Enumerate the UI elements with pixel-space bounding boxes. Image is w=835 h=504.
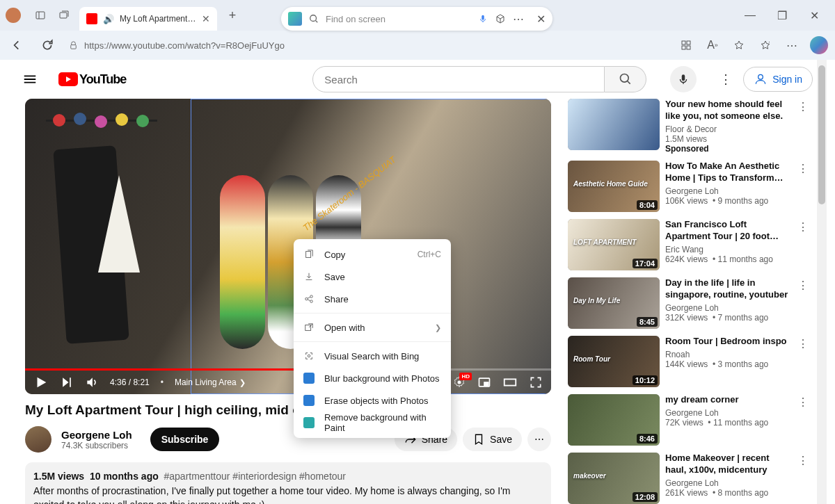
site-info-icon[interactable]	[68, 40, 79, 51]
suggested-views: 1.5M views	[665, 134, 790, 144]
new-tab-button[interactable]: +	[223, 6, 242, 25]
search-input[interactable]	[312, 66, 605, 92]
subscribe-button[interactable]: Subscribe	[150, 428, 220, 451]
collections-icon[interactable]	[757, 37, 774, 54]
ctx-open-with[interactable]: Open with❯	[294, 316, 451, 339]
svg-rect-20	[305, 325, 311, 331]
workspaces-icon[interactable]	[31, 6, 50, 25]
svg-rect-4	[71, 44, 77, 49]
youtube-logo[interactable]: YouTube	[53, 70, 132, 90]
extensions-icon[interactable]	[678, 37, 694, 54]
channel-name[interactable]: Georgene Loh	[61, 429, 132, 441]
volume-icon[interactable]	[85, 375, 99, 389]
duration-badge: 8:46	[637, 434, 658, 444]
ctx-copy[interactable]: CopyCtrl+C	[294, 243, 451, 266]
back-button[interactable]	[7, 35, 26, 55]
suggested-more-icon[interactable]: ⋮	[796, 336, 810, 387]
suggested-channel: Georgene Loh	[665, 186, 790, 196]
person-icon	[754, 72, 768, 86]
play-button[interactable]	[33, 375, 49, 390]
player-controls: 4:36 / 8:21 • Main Living Area❯ HD	[25, 371, 551, 394]
suggested-more-icon[interactable]: ⋮	[796, 453, 810, 504]
suggested-item[interactable]: Day In My Life 8:45 Day in the life | li…	[568, 277, 810, 329]
ctx-erase[interactable]: Erase objects with Photos	[294, 389, 451, 412]
copilot-icon[interactable]	[810, 36, 828, 54]
suggested-more-icon[interactable]: ⋮	[796, 161, 810, 212]
browser-menu-icon[interactable]: ⋯	[784, 37, 800, 54]
read-aloud-icon[interactable]: A»	[704, 37, 721, 54]
svg-rect-6	[687, 41, 690, 44]
ctx-blur-bg[interactable]: Blur background with Photos	[294, 367, 451, 389]
suggested-item[interactable]: Your new home should feel like you, not …	[568, 99, 810, 154]
svg-rect-14	[484, 382, 488, 385]
suggested-item[interactable]: makeover 12:08 Home Makeover | recent ha…	[568, 453, 810, 504]
duration-badge: 8:04	[637, 200, 658, 210]
tabactions-icon[interactable]	[54, 6, 74, 25]
download-icon	[303, 271, 315, 282]
find-placeholder[interactable]: Find on screen	[326, 14, 471, 24]
svg-rect-16	[306, 252, 311, 258]
youtube-play-icon	[58, 72, 78, 86]
mic-icon[interactable]	[478, 14, 488, 24]
suggested-more-icon[interactable]: ⋮	[796, 219, 810, 270]
cube-icon[interactable]	[495, 13, 506, 24]
svg-rect-3	[482, 15, 484, 20]
hamburger-icon[interactable]	[22, 72, 39, 87]
theater-icon[interactable]	[502, 375, 518, 390]
suggested-item[interactable]: 8:46 my dream corner Georgene Loh 72K vi…	[568, 394, 810, 446]
sponsored-label: Sponsored	[665, 144, 790, 154]
save-button[interactable]: Save	[463, 428, 522, 451]
description-box[interactable]: 1.5M views 10 months ago #apartmenttour …	[25, 462, 551, 504]
suggested-views: 72K views • 11 months ago	[665, 418, 790, 428]
maximize-button[interactable]: ❐	[767, 5, 797, 26]
ctx-remove-bg[interactable]: Remove background with Paint	[294, 412, 451, 434]
settings-menu-icon[interactable]: ⋮	[719, 72, 732, 87]
tab-close-icon[interactable]: ✕	[202, 13, 210, 24]
hashtags[interactable]: #apartmenttour #interiordesign #hometour	[164, 471, 347, 482]
ctx-save[interactable]: Save	[294, 266, 451, 288]
duration-badge: 10:12	[633, 375, 658, 385]
miniplayer-icon[interactable]	[477, 375, 491, 389]
refresh-button[interactable]	[38, 35, 57, 55]
minimize-button[interactable]: —	[735, 5, 765, 26]
suggested-item[interactable]: Aesthetic Home Guide 8:04 How To Make An…	[568, 161, 810, 212]
ctx-share[interactable]: Share	[294, 288, 451, 310]
profile-avatar-icon[interactable]	[6, 8, 21, 23]
close-icon[interactable]: ✕	[536, 13, 546, 26]
ctx-visual-search[interactable]: Visual Search with Bing	[294, 345, 451, 367]
suggested-channel: Floor & Decor	[665, 124, 790, 134]
svg-point-2	[310, 15, 317, 22]
video-player[interactable]: The Skateroom - BASQUIAT 4:36 / 8:21 • M…	[25, 99, 551, 394]
next-button[interactable]	[60, 375, 74, 389]
url-text[interactable]: https://www.youtube.com/watch?v=R8OejFuU…	[84, 40, 285, 51]
suggested-more-icon[interactable]: ⋮	[796, 99, 810, 154]
svg-point-11	[758, 74, 763, 79]
thumbnail: LOFT APARTMENT 17:04	[568, 219, 660, 270]
thumbnail: makeover 12:08	[568, 453, 660, 504]
fullscreen-icon[interactable]	[529, 375, 543, 389]
suggested-videos: Your new home should feel like you, not …	[568, 99, 810, 504]
browser-tab[interactable]: 🔊 My Loft Apartment Tour | h… ✕	[79, 7, 217, 31]
signin-button[interactable]: Sign in	[743, 67, 813, 92]
svg-rect-7	[682, 46, 685, 49]
video-title: My Loft Apartment Tour | high ceiling, m…	[25, 403, 551, 418]
suggested-item[interactable]: LOFT APARTMENT 17:04 San Francisco Loft …	[568, 219, 810, 270]
suggested-more-icon[interactable]: ⋮	[796, 277, 810, 329]
search-button[interactable]	[605, 66, 646, 92]
youtube-header: YouTube ⋮ Sign in	[8, 60, 827, 99]
suggested-item[interactable]: Room Tour 10:12 Room Tour | Bedroom insp…	[568, 336, 810, 387]
voice-search-button[interactable]	[670, 66, 697, 92]
suggested-views: 144K views • 3 months ago	[665, 359, 790, 369]
screenshot-tool-icon[interactable]	[288, 12, 302, 26]
thumbnail: 8:46	[568, 394, 660, 446]
channel-avatar[interactable]	[25, 426, 51, 453]
page-scrollbar[interactable]	[817, 60, 827, 504]
tab-audio-icon[interactable]: 🔊	[103, 14, 114, 24]
favorite-icon[interactable]	[731, 37, 747, 54]
more-icon[interactable]: ⋯	[513, 13, 524, 26]
settings-icon[interactable]: HD	[452, 375, 466, 389]
more-actions-button[interactable]: ⋯	[527, 428, 551, 451]
suggested-more-icon[interactable]: ⋮	[796, 394, 810, 446]
chapter-label[interactable]: Main Living Area❯	[175, 377, 246, 387]
close-window-button[interactable]: ✕	[799, 5, 829, 26]
